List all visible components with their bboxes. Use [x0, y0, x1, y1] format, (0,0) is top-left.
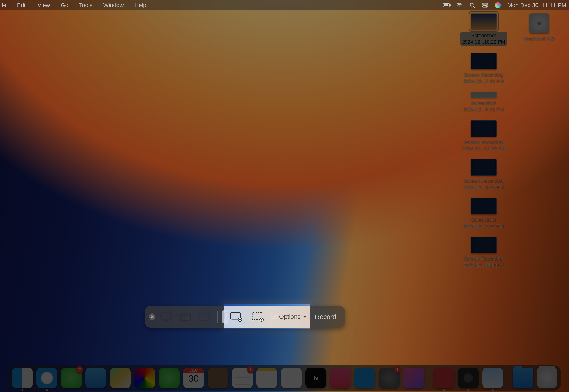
dock-app-notes[interactable] — [256, 368, 277, 389]
running-indicator — [492, 389, 494, 391]
running-indicator — [46, 389, 48, 391]
dock-app-rec1[interactable] — [434, 368, 454, 389]
siri-icon[interactable] — [494, 3, 501, 8]
capture-portion-button[interactable] — [197, 310, 213, 324]
dock-app-calendar[interactable]: DEC30 — [183, 368, 204, 389]
dock-app-appstore[interactable] — [354, 368, 375, 389]
dock-app-contacts[interactable] — [208, 368, 228, 389]
file-thumbnail-icon — [471, 120, 496, 137]
dock-app-music[interactable] — [330, 368, 351, 389]
dock-app-safari[interactable] — [36, 368, 57, 389]
svg-rect-7 — [161, 313, 172, 320]
dock-app-tv[interactable]: tv — [305, 368, 326, 389]
wifi-icon[interactable] — [456, 3, 463, 8]
dock-app-reminders[interactable]: 1 — [232, 368, 253, 389]
dock-separator — [429, 368, 429, 388]
dock-app-mail[interactable] — [85, 368, 106, 389]
dock-separator — [508, 368, 508, 388]
svg-point-0 — [459, 6, 460, 7]
desktop-icon[interactable]: Screenshot2024-12...8.22 PM — [459, 92, 508, 112]
svg-line-2 — [473, 6, 475, 8]
svg-point-12 — [183, 314, 183, 315]
desktop-icon-label: Screenshot2024-12...10.22 PM — [460, 32, 507, 45]
menubar-date: Mon Dec 30 — [508, 2, 539, 9]
record-button[interactable]: Record — [310, 313, 341, 321]
svg-point-21 — [252, 319, 254, 321]
control-center-icon[interactable] — [482, 3, 488, 8]
svg-point-11 — [181, 314, 182, 315]
desktop-icon[interactable]: Screenshot2024-12...2.26 PM — [459, 198, 508, 229]
svg-point-6 — [485, 6, 487, 7]
file-thumbnail-icon — [471, 92, 496, 98]
record-entire-screen-button[interactable] — [222, 310, 238, 324]
svg-rect-16 — [228, 320, 231, 320]
close-toolbar-button[interactable] — [149, 313, 155, 320]
toolbar-divider-2 — [262, 311, 262, 323]
dock-app-quicktime[interactable] — [458, 368, 479, 389]
menu-le[interactable]: le — [0, 1, 8, 10]
menubar-time: 11:11 PM — [542, 2, 566, 9]
capture-entire-screen-button[interactable] — [158, 310, 174, 324]
desktop-icon[interactable]: Screen Recording2024-12...9.25 PM — [459, 159, 508, 190]
svg-point-5 — [483, 3, 484, 5]
options-label: Options — [270, 313, 292, 320]
svg-point-18 — [233, 319, 235, 321]
dock-app-photos[interactable] — [134, 368, 155, 389]
dock-app-settings[interactable]: 1 — [379, 368, 400, 389]
svg-rect-14 — [200, 313, 210, 320]
menubar: leEditViewGoToolsWindowHelp Mon Dec 30 1… — [0, 0, 569, 10]
file-thumbnail-icon — [471, 237, 496, 253]
dock-app-shortcuts[interactable] — [403, 368, 424, 389]
desktop-icon-label: Macintosh HD — [524, 36, 554, 42]
menubar-status: Mon Dec 30 11:11 PM — [443, 2, 566, 9]
toolbar-divider — [217, 311, 218, 323]
dock-app-facetime[interactable] — [159, 368, 180, 389]
svg-point-13 — [184, 314, 184, 315]
menu-view[interactable]: View — [36, 1, 51, 10]
svg-rect-3 — [482, 3, 487, 5]
running-indicator — [467, 389, 469, 391]
running-indicator — [22, 389, 23, 391]
desktop-icon-label: Screen Recording2024-12...9.25 PM — [464, 178, 504, 190]
options-menu[interactable]: Options — [267, 313, 301, 320]
menu-tools[interactable]: Tools — [78, 1, 94, 10]
svg-rect-8 — [164, 320, 168, 321]
dock-app-freeform[interactable] — [281, 368, 302, 389]
capture-window-button[interactable] — [178, 310, 194, 324]
spotlight-search-icon[interactable] — [469, 3, 475, 8]
desktop-icon-label: Screen Recording2024-12...7.29 PM — [464, 72, 504, 84]
dock-app-maps[interactable] — [110, 368, 131, 389]
chevron-down-icon — [294, 316, 297, 318]
record-portion-button[interactable] — [241, 310, 257, 324]
desktop-icon[interactable]: Macintosh HD — [515, 13, 564, 45]
screenshot-toolbar: Options Record — [145, 306, 345, 328]
desktop-icon[interactable]: Screenshot2024-12...10.22 PM — [459, 13, 508, 45]
dock-trash[interactable] — [537, 368, 557, 389]
menu-edit[interactable]: Edit — [15, 1, 28, 10]
svg-point-1 — [470, 3, 473, 6]
disk-icon — [529, 13, 549, 33]
toolbar-divider-3 — [305, 311, 306, 323]
dock-app-folder[interactable] — [512, 368, 533, 389]
desktop-icon-label: Screenshot2024-12...2.26 PM — [464, 217, 504, 229]
badge: 2 — [76, 366, 83, 373]
dock-app-preview[interactable] — [482, 368, 503, 389]
dock-app-finder[interactable] — [12, 368, 33, 389]
file-thumbnail-icon — [471, 159, 496, 176]
desktop-icon[interactable]: Screen Recording2024-12...7.29 PM — [459, 53, 508, 84]
running-indicator — [443, 389, 445, 391]
file-thumbnail-icon — [471, 198, 496, 214]
desktop-icon[interactable]: Screen Recording2024-12...57.50 PM — [459, 120, 508, 152]
file-thumbnail-icon — [471, 13, 496, 30]
menu-window[interactable]: Window — [102, 1, 125, 10]
dock-app-messages[interactable]: 2 — [61, 368, 82, 389]
record-label: Record — [315, 313, 336, 320]
dock: 2DEC301tv1 — [8, 365, 561, 391]
desktop-icon[interactable]: Screen Recording2024-12...PM.mov — [459, 237, 508, 268]
badge: 1 — [247, 366, 254, 373]
menu-help[interactable]: Help — [133, 1, 148, 10]
menu-go[interactable]: Go — [59, 1, 70, 10]
desktop-icon-label: Screen Recording2024-12...PM.mov — [464, 255, 504, 268]
file-thumbnail-icon — [471, 53, 496, 70]
menubar-clock[interactable]: Mon Dec 30 11:11 PM — [508, 2, 566, 9]
